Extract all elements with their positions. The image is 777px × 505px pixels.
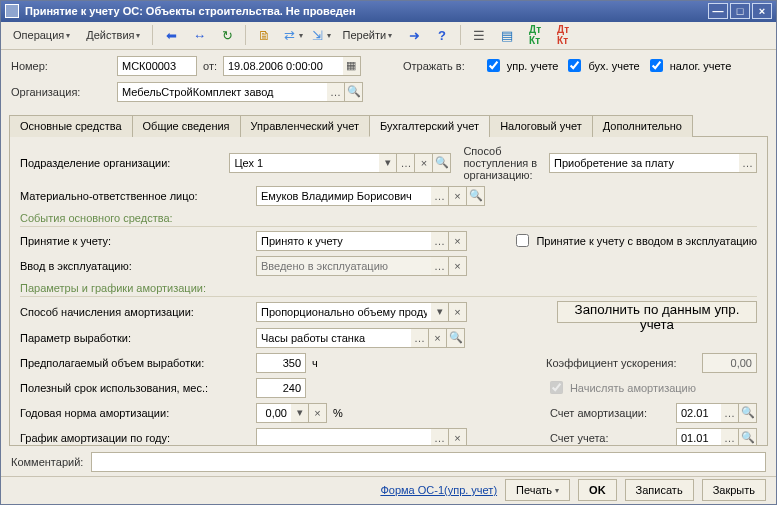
date-input[interactable]: [223, 56, 343, 76]
clear-icon[interactable]: ×: [429, 328, 447, 348]
tab-additional[interactable]: Дополнительно: [592, 115, 693, 137]
clear-icon[interactable]: ×: [309, 403, 327, 423]
chevron-down-icon[interactable]: ▾: [291, 403, 309, 423]
chk-bukh[interactable]: бух. учете: [564, 56, 639, 75]
year-rate-input[interactable]: [256, 403, 291, 423]
life-input[interactable]: [256, 378, 306, 398]
dtkt-red-button[interactable]: ДтКт: [551, 24, 575, 46]
param-label: Параметр выработки:: [20, 332, 250, 344]
structure-button[interactable]: ⇲▾: [308, 24, 332, 46]
chk-accept-with-vvod[interactable]: Принятие к учету с вводом в эксплуатацию: [512, 231, 757, 250]
graph-input[interactable]: [256, 428, 431, 446]
sposob-post-field[interactable]: …: [549, 153, 757, 173]
chevron-down-icon[interactable]: ▾: [379, 153, 397, 173]
close-window-button[interactable]: ×: [752, 3, 772, 19]
dtkt-green-button[interactable]: ДтКт: [523, 24, 547, 46]
search-icon[interactable]: 🔍: [447, 328, 465, 348]
ellipsis-icon[interactable]: …: [721, 428, 739, 446]
chk-nalog[interactable]: налог. учете: [646, 56, 732, 75]
acct-uch-field[interactable]: … 🔍: [676, 428, 757, 446]
comment-input[interactable]: [91, 452, 766, 472]
sposob-post-input[interactable]: [549, 153, 739, 173]
ellipsis-icon[interactable]: …: [431, 428, 449, 446]
search-icon[interactable]: 🔍: [739, 428, 757, 446]
sposob-amort-field[interactable]: ▾ ×: [256, 302, 467, 322]
param-field[interactable]: … × 🔍: [256, 328, 465, 348]
ellipsis-icon[interactable]: …: [397, 153, 415, 173]
actions-menu[interactable]: Действия ▾: [80, 24, 146, 46]
chevron-down-icon[interactable]: ▾: [431, 302, 449, 322]
nav-back-button[interactable]: ⬅: [159, 24, 183, 46]
tab-accounting[interactable]: Бухгалтерский учет: [369, 115, 490, 137]
acct-amort-input[interactable]: [676, 403, 721, 423]
form-os1-link[interactable]: Форма ОС-1(упр. учет): [380, 484, 497, 496]
vvod-field[interactable]: … ×: [256, 256, 467, 276]
accept-input[interactable]: [256, 231, 431, 251]
podr-input[interactable]: [229, 153, 379, 173]
acct-uch-input[interactable]: [676, 428, 721, 446]
acct-amort-field[interactable]: … 🔍: [676, 403, 757, 423]
list-button[interactable]: ☰: [467, 24, 491, 46]
operation-menu[interactable]: Операция ▾: [7, 24, 76, 46]
events-group-title: События основного средства:: [20, 212, 757, 227]
tab-body: Подразделение организации: ▾ … × 🔍 Спосо…: [9, 137, 768, 446]
amort-group-title: Параметры и графики амортизации:: [20, 282, 757, 297]
clear-icon[interactable]: ×: [449, 302, 467, 322]
vol-input[interactable]: [256, 353, 306, 373]
maximize-button[interactable]: □: [730, 3, 750, 19]
sposob-amort-input[interactable]: [256, 302, 431, 322]
number-input[interactable]: [117, 56, 197, 76]
mol-field[interactable]: … × 🔍: [256, 186, 485, 206]
mol-input[interactable]: [256, 186, 431, 206]
clear-icon[interactable]: ×: [449, 428, 467, 446]
clear-icon[interactable]: ×: [449, 256, 467, 276]
search-icon[interactable]: 🔍: [433, 153, 451, 173]
tab-general[interactable]: Общие сведения: [132, 115, 241, 137]
help-button[interactable]: ?: [430, 24, 454, 46]
operation-label: Операция: [13, 29, 64, 41]
ellipsis-icon[interactable]: …: [431, 231, 449, 251]
ellipsis-icon[interactable]: …: [739, 153, 757, 173]
goto-menu[interactable]: Перейти ▾: [336, 24, 398, 46]
year-rate-field[interactable]: ▾ ×: [256, 403, 327, 423]
calendar-icon[interactable]: ▦: [343, 56, 361, 76]
fill-from-upr-button[interactable]: Заполнить по данным упр. учета: [557, 301, 757, 323]
goto-icon-button[interactable]: ➜: [402, 24, 426, 46]
clear-icon[interactable]: ×: [415, 153, 433, 173]
search-icon[interactable]: 🔍: [467, 186, 485, 206]
ellipsis-icon[interactable]: …: [327, 82, 345, 102]
search-icon[interactable]: 🔍: [345, 82, 363, 102]
close-button[interactable]: Закрыть: [702, 479, 766, 501]
nav-forward-button[interactable]: ↔: [187, 24, 211, 46]
clear-icon[interactable]: ×: [449, 231, 467, 251]
chk-upr[interactable]: упр. учете: [483, 56, 559, 75]
tab-management[interactable]: Управленческий учет: [240, 115, 370, 137]
actions-label: Действия: [86, 29, 134, 41]
save-button[interactable]: Записать: [625, 479, 694, 501]
param-input[interactable]: [256, 328, 411, 348]
accept-field[interactable]: … ×: [256, 231, 467, 251]
ellipsis-icon[interactable]: …: [721, 403, 739, 423]
date-field[interactable]: ▦: [223, 56, 361, 76]
clear-icon[interactable]: ×: [449, 186, 467, 206]
org-field[interactable]: … 🔍: [117, 82, 363, 102]
graph-field[interactable]: … ×: [256, 428, 467, 446]
ok-button[interactable]: OK: [578, 479, 617, 501]
minimize-button[interactable]: —: [708, 3, 728, 19]
tab-main-assets[interactable]: Основные средства: [9, 115, 133, 137]
podr-field[interactable]: ▾ … × 🔍: [229, 153, 451, 173]
post-button[interactable]: 🗎: [252, 24, 276, 46]
org-input[interactable]: [117, 82, 327, 102]
ellipsis-icon[interactable]: …: [431, 256, 449, 276]
tree-icon: ▤: [499, 27, 515, 43]
ellipsis-icon[interactable]: …: [431, 186, 449, 206]
sposob-post-label: Способ поступления в организацию:: [463, 145, 543, 181]
print-button[interactable]: Печать▾: [505, 479, 570, 501]
ellipsis-icon[interactable]: …: [411, 328, 429, 348]
toolbar: Операция ▾ Действия ▾ ⬅ ↔ ↻ 🗎 ⇄▾ ⇲▾ Пере…: [1, 22, 776, 50]
basedon-button[interactable]: ⇄▾: [280, 24, 304, 46]
search-icon[interactable]: 🔍: [739, 403, 757, 423]
tab-tax[interactable]: Налоговый учет: [489, 115, 593, 137]
tree-button[interactable]: ▤: [495, 24, 519, 46]
refresh-button[interactable]: ↻: [215, 24, 239, 46]
